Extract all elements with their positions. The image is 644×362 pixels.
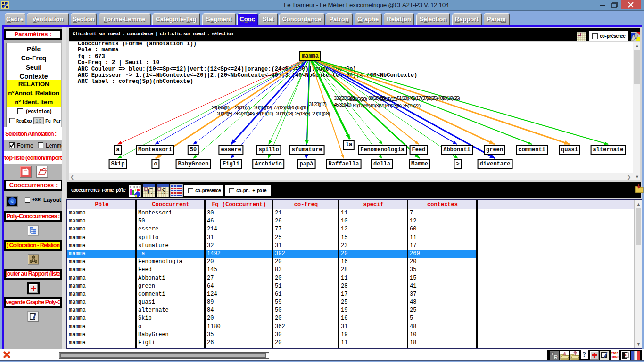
svg-text:s: s — [552, 352, 553, 356]
svg-text:c: c — [11, 199, 13, 204]
svg-text:S: S — [162, 187, 166, 196]
svg-text:R: R — [554, 354, 558, 360]
svg-text:C: C — [147, 187, 153, 196]
